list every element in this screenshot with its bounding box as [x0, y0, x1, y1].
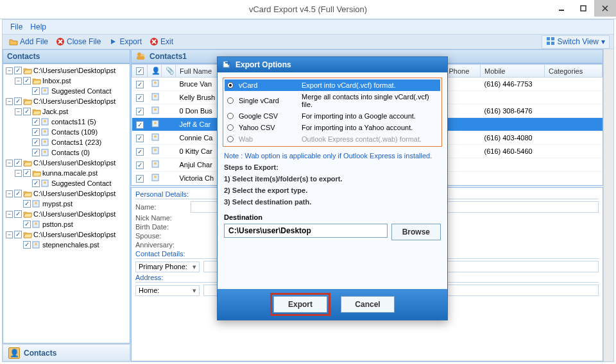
dialog-cancel-button[interactable]: Cancel: [341, 296, 395, 313]
cell-mobile: (616) 446-7753: [481, 78, 545, 91]
destination-input[interactable]: [224, 224, 388, 238]
tree-node[interactable]: −✓C:\Users\user\Desktop\pst: [4, 229, 130, 240]
export-option-vcard[interactable]: vCardExport into vCard(.vcf) format.: [225, 79, 440, 91]
cell-mobile: [481, 118, 545, 131]
col-icon-2[interactable]: 📎: [162, 65, 176, 78]
switch-view-button[interactable]: Switch View ▾: [542, 35, 610, 49]
header-checkbox[interactable]: ✓: [136, 67, 144, 75]
svg-point-11: [44, 89, 46, 92]
folder-tree[interactable]: −✓C:\Users\user\Desktop\pst−✓Inbox.pst✓S…: [3, 63, 130, 343]
export-option-single-vcard[interactable]: Single vCardMerge all contacts into sing…: [225, 91, 440, 110]
svg-point-40: [154, 135, 157, 138]
tree-checkbox[interactable]: ✓: [32, 149, 40, 156]
col-mobile[interactable]: Mobile: [481, 65, 545, 78]
tree-label: Contacts (109): [51, 127, 98, 137]
svg-point-23: [35, 202, 37, 204]
col-categories[interactable]: Categories: [545, 65, 603, 78]
dialog-export-button[interactable]: Export: [273, 296, 327, 313]
tree-node[interactable]: ✓stepnenchales.pst: [13, 240, 130, 250]
add-file-button[interactable]: Add File: [6, 35, 51, 48]
browse-button[interactable]: Browse: [391, 224, 441, 240]
row-checkbox[interactable]: ✓: [136, 94, 144, 102]
contact-card-icon: [151, 108, 160, 115]
title-bar: vCard Export v4.5 (Full Version): [0, 0, 616, 19]
tree-expander-icon[interactable]: −: [6, 160, 13, 167]
row-checkbox[interactable]: ✓: [136, 175, 144, 183]
tree-node[interactable]: −✓Jack.pst: [13, 106, 130, 117]
tree-node[interactable]: −✓C:\Users\user\Desktop\pst: [4, 158, 130, 168]
window-controls: [551, 0, 616, 17]
primary-phone-dropdown[interactable]: Primary Phone:: [135, 261, 200, 272]
tree-node[interactable]: −✓C:\Users\user\Desktop\pst: [4, 188, 130, 199]
steps-heading: Steps to Export:: [224, 163, 441, 171]
address-type-dropdown[interactable]: Home:: [135, 285, 200, 296]
tree-node[interactable]: ✓Contacts1 (223): [22, 137, 130, 147]
contact-card-icon: [151, 94, 160, 102]
tree-checkbox[interactable]: ✓: [32, 179, 40, 187]
tree-node[interactable]: ✓Contacts (0): [22, 147, 130, 158]
sidebar-contacts-tab[interactable]: 👤 Contacts: [3, 344, 130, 361]
tree-expander-icon[interactable]: −: [15, 108, 22, 115]
contact-leaf-icon: [32, 220, 41, 229]
tree-checkbox[interactable]: ✓: [23, 108, 31, 115]
svg-point-46: [154, 176, 157, 178]
tree-checkbox[interactable]: ✓: [32, 138, 40, 146]
tree-node[interactable]: −✓C:\Users\user\Desktop\pst: [4, 209, 130, 219]
tree-expander-icon[interactable]: −: [6, 67, 13, 74]
menu-file[interactable]: File: [10, 22, 22, 31]
tree-checkbox[interactable]: ✓: [23, 220, 31, 228]
exit-button[interactable]: Exit: [147, 35, 176, 48]
svg-rect-6: [547, 37, 550, 40]
menu-help[interactable]: Help: [30, 22, 46, 31]
tree-checkbox[interactable]: ✓: [23, 241, 31, 249]
tree-node[interactable]: −✓C:\Users\user\Desktop\pst: [4, 96, 130, 106]
tree-node[interactable]: −✓kunna.macale.pst: [13, 168, 130, 178]
tree-node[interactable]: ✓Contacts (109): [22, 127, 130, 137]
row-checkbox[interactable]: ✓: [136, 161, 144, 169]
maximize-button[interactable]: [572, 0, 594, 17]
tree-checkbox[interactable]: ✓: [14, 231, 22, 238]
tree-checkbox[interactable]: ✓: [14, 97, 22, 105]
svg-point-21: [44, 181, 46, 184]
tree-node[interactable]: ✓Suggested Contact: [22, 86, 130, 96]
tree-node[interactable]: ✓Suggested Contact: [22, 178, 130, 188]
tree-node[interactable]: ✓pstton.pst: [13, 219, 130, 229]
tree-checkbox[interactable]: ✓: [14, 210, 22, 218]
vertical-scrollbar[interactable]: [603, 49, 613, 361]
contact-card-icon: [151, 175, 160, 183]
row-checkbox[interactable]: ✓: [136, 81, 144, 88]
tree-checkbox[interactable]: ✓: [32, 87, 40, 95]
tree-expander-icon[interactable]: −: [6, 211, 13, 218]
tree-checkbox[interactable]: ✓: [32, 128, 40, 136]
tree-checkbox[interactable]: ✓: [14, 190, 22, 197]
row-checkbox[interactable]: ✓: [136, 121, 144, 129]
tree-checkbox[interactable]: ✓: [32, 118, 40, 126]
tree-node[interactable]: −✓Inbox.pst: [13, 76, 130, 86]
tree-node[interactable]: −✓C:\Users\user\Desktop\pst: [4, 65, 130, 76]
minimize-button[interactable]: [551, 0, 572, 17]
dialog-titlebar[interactable]: Export Options: [218, 57, 447, 72]
tree-checkbox[interactable]: ✓: [23, 77, 31, 85]
tree-expander-icon[interactable]: −: [6, 98, 13, 105]
row-checkbox[interactable]: ✓: [136, 135, 144, 142]
col-icon-1[interactable]: 👤: [148, 65, 162, 78]
tree-checkbox[interactable]: ✓: [23, 169, 31, 177]
option-desc: Merge all contacts into single vCard(.vc…: [302, 93, 438, 108]
tree-expander-icon[interactable]: −: [15, 78, 22, 85]
tree-checkbox[interactable]: ✓: [14, 67, 22, 74]
toolbar-export-button[interactable]: Export: [106, 35, 144, 48]
tree-expander-icon[interactable]: −: [6, 231, 13, 238]
row-checkbox[interactable]: ✓: [136, 148, 144, 156]
col-check[interactable]: ✓: [132, 65, 148, 78]
tree-checkbox[interactable]: ✓: [23, 200, 31, 208]
row-checkbox[interactable]: ✓: [136, 108, 144, 115]
close-button[interactable]: [594, 0, 616, 17]
tree-expander-icon[interactable]: −: [6, 190, 13, 197]
close-file-button[interactable]: Close File: [53, 35, 103, 48]
tree-node[interactable]: ✓contacts11 (5): [22, 117, 130, 127]
tree-node[interactable]: ✓mypst.pst: [13, 199, 130, 209]
export-option-google-csv[interactable]: Google CSVFor importing into a Google ac…: [225, 110, 440, 122]
tree-expander-icon[interactable]: −: [15, 170, 22, 177]
export-option-yahoo-csv[interactable]: Yahoo CSVFor importing into a Yahoo acco…: [225, 122, 440, 133]
tree-checkbox[interactable]: ✓: [14, 159, 22, 167]
